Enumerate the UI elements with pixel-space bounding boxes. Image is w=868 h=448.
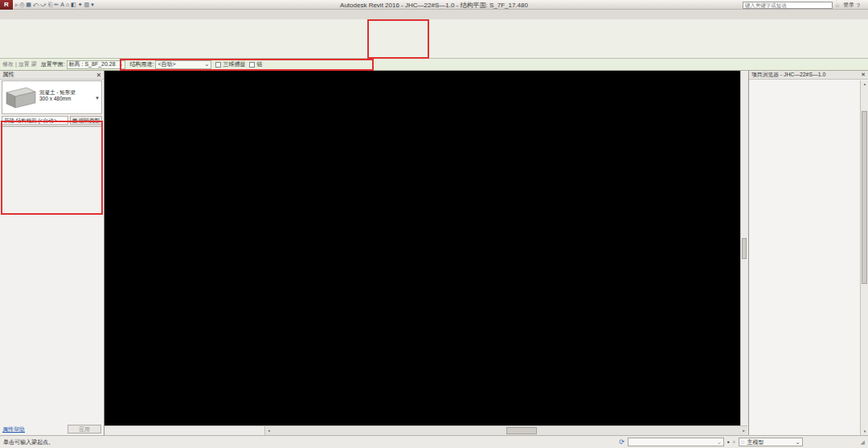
ribbon: [0, 19, 868, 59]
properties-panel: 属性 ✕ 混凝土 - 矩形梁 300 x 480mm ▼ 新建 结构框架 (<自…: [0, 71, 104, 435]
resize-grip[interactable]: ◢: [861, 439, 865, 446]
qat-icon-9[interactable]: ◧: [71, 1, 76, 9]
view-control-bar: [104, 426, 265, 435]
browser-scrollbar[interactable]: ▴ ▾: [860, 80, 868, 435]
help-icon[interactable]: ?: [857, 2, 860, 8]
qat-icon-1[interactable]: ⎙: [20, 1, 25, 9]
scroll-left-icon[interactable]: ◂: [265, 427, 272, 434]
qat-icon-4[interactable]: ⤻: [40, 1, 46, 9]
canvas-horizontal-scrollbar[interactable]: ◂ ▸: [265, 426, 747, 435]
type-dropdown-icon[interactable]: ▼: [95, 96, 100, 101]
canvas-vertical-scrollbar[interactable]: [740, 71, 747, 425]
title-bar: R ▹⎙▦⤺⤻⎗✏A⌂◧✦▥▾ Autodesk Revit 2016 - JH…: [0, 0, 868, 10]
scroll-thumb[interactable]: [506, 427, 537, 434]
qat-icon-8[interactable]: ⌂: [66, 1, 69, 9]
qat-icon-2[interactable]: ▦: [26, 1, 31, 9]
structural-usage-select[interactable]: <自动>⌄: [155, 60, 211, 69]
quick-access-toolbar: ▹⎙▦⤺⤻⎗✏A⌂◧✦▥▾: [15, 1, 94, 9]
browser-scroll-thumb[interactable]: [862, 111, 867, 284]
revit-window: R ▹⎙▦⤺⤻⎗✏A⌂◧✦▥▾ Autodesk Revit 2016 - JH…: [0, 0, 868, 448]
3d-snap-checkbox[interactable]: 三维捕捉: [215, 60, 245, 68]
window-title: Autodesk Revit 2016 - JHC—22#S—1.0 - 结构平…: [340, 1, 528, 10]
project-browser-close-icon[interactable]: ✕: [861, 72, 866, 78]
beam-preview-image: [2, 81, 39, 113]
structural-plan-view[interactable]: [104, 71, 740, 425]
search-input[interactable]: [743, 2, 833, 9]
type-name: 混凝土 - 矩形梁: [39, 89, 76, 96]
chain-checkbox[interactable]: 链: [249, 60, 262, 68]
infocenter: ⌖☆☻ 登录 ?: [743, 0, 867, 10]
project-browser-title: 项目浏览器 - JHC—22#S—1.0: [751, 71, 825, 79]
qat-icon-10[interactable]: ✦: [78, 1, 83, 9]
scroll-up-icon[interactable]: ▴: [861, 80, 868, 88]
ribbon-tab-bar: [0, 10, 868, 19]
status-bar: 单击可输入梁起点。 ⟳ ⌄ ▪ ▫ ◌主模型⌄ ◢: [0, 435, 868, 448]
editable-only-icon[interactable]: ▫: [733, 438, 735, 446]
scroll-right-icon[interactable]: ▸: [740, 427, 747, 434]
workset-combo[interactable]: ⌄: [628, 438, 724, 446]
type-size: 300 x 480mm: [39, 96, 76, 102]
properties-grid: [2, 125, 102, 127]
infocenter-icon-1[interactable]: ☆: [835, 2, 841, 9]
qat-icon-7[interactable]: A: [60, 1, 64, 9]
qat-icon-6[interactable]: ✏: [54, 1, 59, 9]
apply-button[interactable]: 应用: [68, 425, 101, 434]
sign-in-button[interactable]: 登录: [843, 1, 854, 9]
revit-app-menu-icon[interactable]: R: [0, 0, 13, 10]
type-selector[interactable]: 混凝土 - 矩形梁 300 x 480mm ▼: [2, 80, 102, 114]
structural-usage-label: 结构用途:: [129, 60, 154, 68]
properties-help-link[interactable]: 属性帮助: [2, 425, 25, 434]
instance-filter-combo[interactable]: 新建 结构框架 (<自动>⌄: [2, 116, 68, 125]
qat-icon-12[interactable]: ▾: [91, 1, 94, 9]
editing-requests-icon[interactable]: ▪: [727, 438, 730, 446]
project-browser: 项目浏览器 - JHC—22#S—1.0 ✕ ▴ ▾: [748, 71, 868, 435]
context-label: 修改 | 放置 梁: [2, 60, 37, 68]
options-bar: 修改 | 放置 梁 放置平面: 标高 : S_8F_20.28⌄ 结构用途: <…: [0, 59, 868, 71]
status-hint: 单击可输入梁起点。: [3, 438, 54, 446]
qat-icon-11[interactable]: ▥: [84, 1, 90, 9]
worksets-icon[interactable]: ⟳: [619, 438, 624, 446]
placement-plane-select[interactable]: 标高 : S_8F_20.28⌄: [67, 60, 126, 69]
view-tree: [750, 80, 859, 435]
scroll-down-icon[interactable]: ▾: [861, 428, 868, 435]
properties-close-icon[interactable]: ✕: [96, 72, 101, 79]
qat-icon-3[interactable]: ⤺: [33, 1, 39, 9]
edit-type-button[interactable]: ▦ 编辑类型: [70, 116, 102, 125]
design-options-combo[interactable]: ◌主模型⌄: [739, 438, 803, 446]
properties-title: 属性: [2, 71, 14, 79]
qat-icon-0[interactable]: ▹: [15, 1, 18, 9]
qat-icon-5[interactable]: ⎗: [48, 1, 53, 9]
placement-plane-label: 放置平面:: [41, 60, 65, 68]
drawing-area[interactable]: ◂ ▸: [104, 71, 747, 435]
